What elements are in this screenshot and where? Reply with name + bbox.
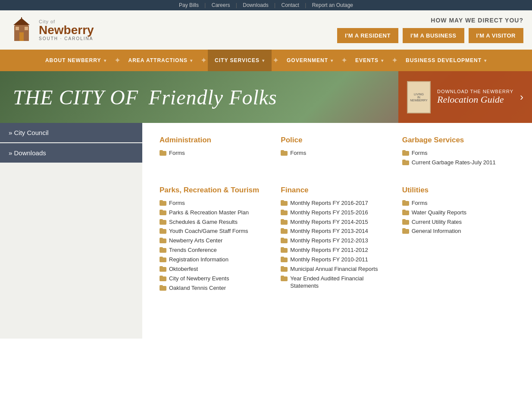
visitor-button[interactable]: I'M A VISITOR [469, 28, 523, 43]
parks-registration-link[interactable]: Registration Information [169, 256, 228, 264]
sep1: | [204, 2, 206, 8]
topbar-contact[interactable]: Contact [281, 2, 299, 8]
parks-oktoberfest-link[interactable]: Oktoberfest [169, 266, 198, 273]
list-item: Registration Information [160, 256, 272, 264]
police-forms-link[interactable]: Forms [290, 150, 306, 157]
finance-title: Finance [281, 186, 393, 195]
folder-icon [160, 210, 166, 215]
logo-name: Newberry [39, 24, 94, 36]
nav-about[interactable]: ABOUT NEWBERRY ▾ [38, 50, 113, 71]
parks-youth-coach-link[interactable]: Youth Coach/Game Staff Forms [169, 228, 248, 235]
folder-icon [281, 266, 288, 272]
folder-icon [281, 247, 288, 253]
garbage-forms-link[interactable]: Forms [412, 150, 428, 157]
utilities-title: Utilities [402, 186, 515, 195]
svg-rect-5 [25, 27, 28, 30]
folder-icon [160, 276, 166, 281]
sidebar-item-downloads[interactable]: Downloads [0, 143, 142, 163]
garbage-title: Garbage Services [402, 136, 515, 144]
folder-icon [160, 266, 166, 272]
folder-icon [281, 228, 288, 234]
utilities-water-quality-link[interactable]: Water Quality Reports [412, 209, 466, 217]
finance-fy2016-link[interactable]: Monthly Reports FY 2016-2017 [290, 200, 368, 207]
resident-button[interactable]: I'M A RESIDENT [337, 28, 398, 43]
folder-icon [281, 219, 288, 225]
header: City of Newberry SOUTH · CAROLINA HOW MA… [0, 10, 532, 50]
nav-services-arrow: ▾ [262, 58, 265, 63]
list-item: Year Ended Audited Financial Statements [281, 275, 393, 290]
parks-trends-link[interactable]: Trends Conference [169, 247, 217, 254]
topbar-report-outage[interactable]: Report an Outage [312, 2, 353, 8]
nav-government[interactable]: GOVERNMENT ▾ [280, 50, 340, 71]
folder-icon [281, 276, 288, 281]
finance-section: Finance Monthly Reports FY 2016-2017 Mon… [281, 186, 393, 294]
parks-tennis-link[interactable]: Oakland Tennis Center [169, 285, 226, 292]
garbage-rates-link[interactable]: Current Garbage Rates-July 2011 [412, 159, 496, 166]
hero: THE CITY OF Friendly Folks LIVINGINNEWBE… [0, 71, 532, 123]
parks-forms-link[interactable]: Forms [169, 200, 185, 207]
nav-sep-3: ✦ [272, 50, 280, 71]
nav-sep-1: ✦ [113, 50, 122, 71]
administration-list: Forms [160, 150, 272, 157]
finance-fy2015-link[interactable]: Monthly Reports FY 2015-2016 [290, 209, 368, 217]
list-item: Municipal Annual Financial Reports [281, 266, 393, 273]
list-item: Newberry Arts Center [160, 237, 272, 245]
parks-events-link[interactable]: City of Newberry Events [169, 275, 229, 283]
finance-fy2014-link[interactable]: Monthly Reports FY 2014-2015 [290, 219, 368, 226]
list-item: Current Utility Rates [402, 219, 515, 226]
section-grid-row1: Administration Forms Police Forms [160, 136, 515, 169]
sidebar-item-city-council[interactable]: City Council [0, 123, 142, 142]
list-item: Youth Coach/Game Staff Forms [160, 228, 272, 235]
list-item: Forms [160, 200, 272, 207]
topbar-careers[interactable]: Careers [212, 2, 230, 8]
utilities-rates-link[interactable]: Current Utility Rates [412, 219, 462, 226]
relocation-guide-banner[interactable]: LIVINGINNEWBERRY DOWNLOAD THE NEWBERRY R… [398, 71, 532, 123]
nav-business[interactable]: BUSINESS DEVELOPMENT ▾ [399, 50, 494, 71]
guide-text: DOWNLOAD THE NEWBERRY Relocation Guide [437, 89, 513, 105]
logo-area[interactable]: City of Newberry SOUTH · CAROLINA [9, 17, 94, 43]
nav-events[interactable]: EVENTS ▾ [348, 50, 391, 71]
parks-schedules-link[interactable]: Schedules & Game Results [169, 219, 238, 226]
finance-audited-link[interactable]: Year Ended Audited Financial Statements [290, 275, 393, 290]
folder-icon [281, 150, 288, 156]
list-item: City of Newberry Events [160, 275, 272, 283]
finance-fy2010-link[interactable]: Monthly Reports FY 2010-2011 [290, 256, 368, 264]
administration-title: Administration [160, 136, 272, 144]
list-item: General Information [402, 228, 515, 235]
svg-rect-1 [19, 32, 24, 41]
utilities-info-link[interactable]: General Information [412, 228, 461, 235]
topbar-pay-bills[interactable]: Pay Bills [179, 2, 199, 8]
nav-sep-2: ✦ [200, 50, 208, 71]
folder-icon [160, 150, 166, 156]
guide-arrow-icon: › [520, 91, 523, 103]
folder-icon [281, 210, 288, 215]
list-item: Monthly Reports FY 2011-2012 [281, 247, 393, 254]
finance-fy2012-link[interactable]: Monthly Reports FY 2012-2013 [290, 237, 368, 245]
folder-icon [402, 200, 409, 206]
svg-rect-4 [16, 27, 19, 30]
folder-icon [281, 200, 288, 206]
admin-forms-link[interactable]: Forms [169, 150, 185, 157]
folder-icon [160, 238, 166, 243]
folder-icon [402, 219, 409, 225]
list-item: Oktoberfest [160, 266, 272, 273]
hero-italic-text: Friendly Folks [149, 86, 277, 109]
parks-arts-center-link[interactable]: Newberry Arts Center [169, 237, 222, 245]
guide-book-icon: LIVINGINNEWBERRY [407, 81, 431, 113]
business-button[interactable]: I'M A BUSINESS [403, 28, 464, 43]
nav-attractions[interactable]: AREA ATTRACTIONS ▾ [122, 50, 200, 71]
parks-list: Forms Parks & Recreation Master Plan Sch… [160, 200, 272, 292]
utilities-forms-link[interactable]: Forms [412, 200, 428, 207]
content-wrapper: City Council Downloads Administration Fo… [0, 123, 532, 339]
list-item: Monthly Reports FY 2012-2013 [281, 237, 393, 245]
folder-icon [160, 219, 166, 225]
parks-master-plan-link[interactable]: Parks & Recreation Master Plan [169, 209, 249, 217]
topbar-downloads[interactable]: Downloads [243, 2, 268, 8]
list-item: Trends Conference [160, 247, 272, 254]
list-item: Forms [160, 150, 272, 157]
finance-municipal-link[interactable]: Municipal Annual Financial Reports [290, 266, 378, 273]
finance-fy2011-link[interactable]: Monthly Reports FY 2011-2012 [290, 247, 368, 254]
finance-fy2013-link[interactable]: Monthly Reports FY 2013-2014 [290, 228, 368, 235]
police-section: Police Forms [281, 136, 393, 169]
nav-city-services[interactable]: CITY SERVICES ▾ [208, 50, 272, 71]
